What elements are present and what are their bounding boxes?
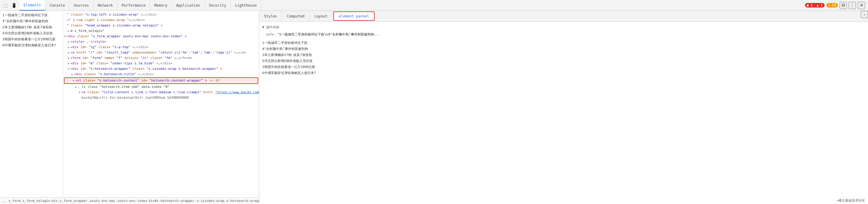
baidu-url-text: baiduCOmLs?cl-3tn-baidutoplOsfr_toplO0OS… — [82, 95, 189, 101]
close-panel-button[interactable]: ✕ — [858, 2, 865, 9]
news-item-6: 6中俄军舰穿过津轻海峡是入侵日本? — [2, 43, 61, 48]
dom-line-12[interactable]: <div class= "s-hotsearch-title" >…</div> — [63, 72, 259, 77]
triangle-13[interactable] — [72, 78, 75, 83]
breadcrumb-item-2[interactable]: div.s_form_wrapper.soutu-env-mac.soutu-e… — [52, 199, 147, 203]
triangle-8[interactable] — [67, 50, 70, 55]
right-news-item-1: 1一线城市二手房价格环比下跌 — [262, 40, 329, 46]
tab-security[interactable]: Security — [205, 0, 231, 10]
main-area: 1一线城市二手房价格环比下跌 4"全村脑中风"事件村医被刑拘 2本土新增确诊17… — [0, 11, 868, 204]
triangle-15[interactable] — [78, 90, 82, 95]
news-panel: 1一线城市二手房价格环比下跌 4"全村脑中风"事件村医被刑拘 2本土新增确诊17… — [0, 11, 63, 197]
dom-tree-area[interactable]: " class= "s-top-left s-isindex-wrap" >…<… — [63, 11, 259, 197]
triangle-11[interactable] — [67, 66, 70, 72]
breadcrumb-item-3[interactable]: div#s-hotsearch-wrapper.s-isindex-wrap.s… — [149, 199, 259, 203]
triangle-10[interactable] — [67, 61, 70, 66]
toolbar-icons: ⬚ 📱 — [0, 2, 19, 9]
breadcrumb-bar: ... s_form.s_form_nologin div.s_form_wra… — [0, 197, 259, 204]
more-options-button[interactable]: ⋮ — [849, 2, 856, 9]
breadcrumb-item-1[interactable]: s_form.s_form_nologin — [8, 199, 50, 203]
news-item-2: 4"全村脑中风"事件村医被刑拘 — [2, 19, 61, 24]
bottom-right-link[interactable]: →稀土掘金技术社区 — [836, 198, 865, 203]
dom-line-11[interactable]: <div id= "s-hotsearch-wrapper" class= "s… — [63, 66, 259, 72]
news-item-5: 3韩国牛肉价格暴涨一公斤1090元新 — [2, 37, 61, 42]
news-item-1: 1一线城市二手房价格环比下跌 — [2, 13, 61, 18]
dom-line-9[interactable]: <form id= "form" name= "f" action= "/s" … — [63, 55, 259, 61]
right-news-item-4: 5河北邢台新增2例外省输入无症状 — [262, 58, 329, 64]
dom-line-10[interactable]: <div id= "m" class= "under-tips s_lm_hid… — [63, 61, 259, 66]
triangle-9[interactable] — [67, 55, 70, 61]
right-news-item-3: 2本土新增确诊17例 波及7省份热 — [262, 53, 329, 58]
right-panel: Styles Computed Layout element pannel › … — [259, 11, 868, 204]
right-tab-computed[interactable]: Computed — [282, 11, 310, 21]
triangle-4[interactable] — [67, 28, 70, 34]
error-badge: ● 1 ▲ 1 — [805, 3, 825, 7]
dom-line-15[interactable]: <a class= "title-content c-link c-font-m… — [63, 90, 259, 95]
right-tabs-bar: Styles Computed Layout element pannel › — [259, 11, 868, 22]
right-news-item-6: 6中俄军舰穿过津轻海峡是入侵日本? — [262, 70, 329, 76]
dom-line-14[interactable]: - li class "hotsearch-item odd" data-ind… — [63, 84, 259, 90]
dom-line-6[interactable]: <style> … </style> — [63, 39, 259, 44]
main-tabs-bar: Elements Console Sources Network Perform… — [19, 0, 802, 10]
tab-network[interactable]: Network — [93, 0, 118, 10]
dom-line-7[interactable]: <div id= "lg" class= "s-p-top" >…</div> — [63, 44, 259, 50]
right-news-item-5: 3韩国牛肉价格暴涨一公斤1090元新 — [262, 64, 329, 70]
news-item-4: 5河北邢台新增2例外省输入无症状 — [2, 31, 61, 36]
dom-panel: 1一线城市二手房价格环比下跌 4"全村脑中风"事件村医被刑拘 2本土新增确诊17… — [0, 11, 259, 204]
tab-application[interactable]: Application — [172, 0, 204, 10]
settings-button[interactable]: ⚙ — [840, 2, 847, 9]
dom-line-4[interactable]: m s_form_nologin" — [63, 28, 259, 34]
warning-badge: ✕ 23 — [827, 3, 838, 7]
dom-line-highlighted[interactable]: <ul class= "s-hotsearch-content" id= "ho… — [64, 77, 258, 84]
tab-memory[interactable]: Memory — [150, 0, 172, 10]
devtools-toolbar: ⬚ 📱 Elements Console Sources Network Per… — [0, 0, 868, 11]
selected-content-label: ▼ 选中内容 — [262, 25, 865, 30]
tab-elements[interactable]: Elements — [19, 0, 45, 10]
tab-lighthouse[interactable]: Lighthouse — [231, 0, 261, 10]
triangle-14[interactable] — [74, 84, 78, 90]
dom-line-1[interactable]: " class= "s-top-left s-isindex-wrap" >…<… — [63, 12, 259, 18]
triangle-6[interactable] — [67, 39, 70, 44]
dom-line-8[interactable]: <a href= "/" id= "result_logo" onmousedo… — [63, 50, 259, 55]
triangle-7[interactable] — [67, 44, 70, 50]
selected-content-info-label: info："1一线城市二手房价格环比下跌\n4"全村脑中风"事件村医被刑拘... — [266, 32, 865, 37]
inspect-element-button[interactable]: ⬚ — [2, 2, 9, 9]
tab-sources[interactable]: Sources — [69, 0, 93, 10]
device-toggle-button[interactable]: 📱 — [10, 2, 18, 9]
right-tab-styles[interactable]: Styles — [259, 11, 282, 21]
right-tab-layout[interactable]: Layout — [310, 11, 333, 21]
right-tab-element-pannel[interactable]: element pannel — [333, 11, 375, 21]
toolbar-right: ● 1 ▲ 1 ✕ 23 ⚙ ⋮ ✕ — [802, 2, 868, 9]
right-panel-more-button[interactable]: › — [861, 11, 868, 18]
tab-console[interactable]: Console — [45, 0, 70, 10]
dom-line-5[interactable]: <div class= "s_form_wrapper soutu-env-ma… — [63, 34, 259, 39]
selected-content-preview: "1一线城市二手房价格环比下跌\n4"全村脑中风"事件村医被刑拘... — [277, 33, 380, 36]
dom-line-3[interactable]: " class= "head_wrapper s-isindex-wrap no… — [63, 23, 259, 28]
right-news-item-2: 4"全村脑中风"事件村医被刑拘 — [262, 46, 329, 52]
tab-performance[interactable]: Performance — [118, 0, 150, 10]
triangle-12[interactable] — [70, 72, 74, 77]
dom-line-url: baiduCOmLs?cl-3tn-baidutoplOsfr_toplO0OS… — [63, 95, 259, 101]
dom-line-2[interactable]: <" s-top-right s-isindex-wrap ">…</div> — [63, 18, 259, 23]
triangle-5[interactable] — [63, 34, 67, 39]
right-news-section: 1一线城市二手房价格环比下跌 4"全村脑中风"事件村医被刑拘 2本土新增确诊17… — [262, 40, 329, 76]
right-panel-content: ▼ 选中内容 info："1一线城市二手房价格环比下跌\n4"全村脑中风"事件村… — [259, 22, 868, 204]
news-item-3: 2本土新增确诊17例 波及7省份热 — [2, 25, 61, 30]
